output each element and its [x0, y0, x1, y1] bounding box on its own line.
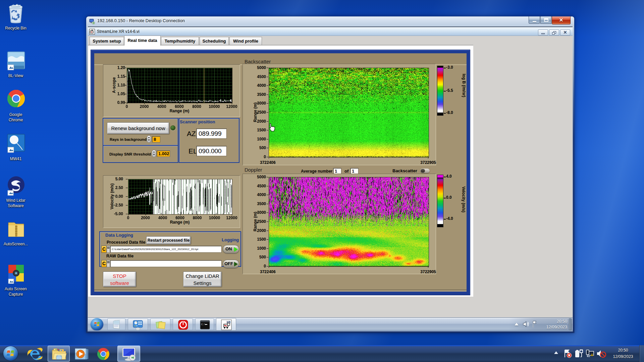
svg-text:C:\: C:\ [201, 323, 206, 326]
